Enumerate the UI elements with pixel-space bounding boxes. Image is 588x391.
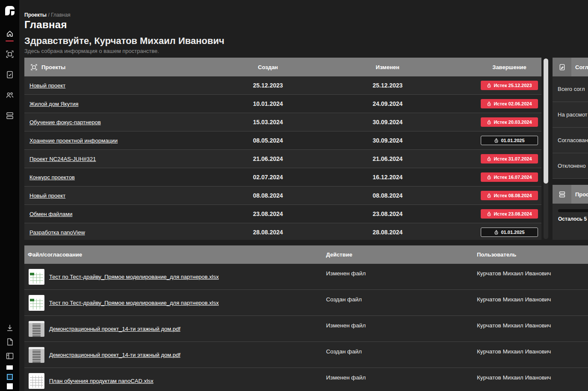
swatch-white-item[interactable]: [6, 363, 13, 372]
completion-badge-label: Истек 16.07.2024: [494, 175, 532, 180]
swatch-selected-item[interactable]: [7, 372, 13, 382]
sidebar-bottom: [0, 321, 19, 391]
project-link[interactable]: Конкурс проектов: [24, 174, 75, 181]
project-completion-cell: Истек 20.03.2024: [477, 117, 541, 127]
project-modified: 24.09.2024: [298, 100, 477, 107]
completion-badge[interactable]: Истек 02.06.2024: [481, 99, 538, 108]
completion-badge-label: Истек 02.06.2024: [494, 101, 532, 106]
space-panel-header: Простра: [553, 185, 588, 204]
completion-badge[interactable]: Истек 31.07.2024: [481, 154, 538, 163]
project-link[interactable]: Обмен файлами: [24, 211, 72, 217]
project-link[interactable]: Проект NC24AS-JUH#321: [24, 156, 96, 162]
project-row: Проект NC24AS-JUH#321 21.06.2024 21.06.2…: [24, 150, 541, 168]
clock-icon: [487, 212, 491, 216]
completion-badge[interactable]: 01.01.2025: [481, 136, 538, 145]
project-link[interactable]: Разработка nanoView: [24, 229, 85, 236]
project-created: 02.07.2024: [238, 174, 298, 181]
approvals-stat-label: Отклонено: [558, 163, 586, 169]
project-name-cell: Жилой дом Якутия: [24, 100, 238, 108]
breadcrumb-separator: /: [48, 12, 49, 18]
file-link[interactable]: Тест по Тест-драйву_Прямое моделирование…: [49, 300, 219, 306]
project-created: 08.05.2024: [238, 137, 298, 144]
activity-row: Тест по Тест-драйву_Прямое моделирование…: [24, 290, 588, 316]
app-logo[interactable]: [0, 1, 19, 20]
users-icon: [6, 91, 14, 99]
projects-scrollbar-thumb[interactable]: [544, 58, 548, 184]
completion-header-label: Завершение: [477, 64, 541, 70]
project-link[interactable]: Новый проект: [24, 193, 65, 199]
activity-file-cell: Демонстрационный проект_14-ти этажный до…: [24, 342, 323, 368]
completion-badge[interactable]: Истек 20.03.2024: [481, 117, 538, 127]
project-link[interactable]: Новый проект: [24, 82, 65, 89]
plan-file-thumbnail: [29, 373, 44, 389]
pdf-file-thumbnail: [29, 347, 44, 363]
modified-header-label: Изменен: [298, 64, 477, 70]
project-row: Новый проект 08.08.2024 08.08.2024 Истек…: [24, 187, 541, 205]
sidebar: [0, 0, 19, 391]
greeting-text: Здравствуйте, Курчатов Михаил Иванович: [24, 35, 224, 47]
project-modified: 23.08.2024: [298, 210, 477, 217]
sidebar-item-projects[interactable]: [0, 44, 19, 64]
project-created: 23.08.2024: [238, 210, 298, 217]
file-link[interactable]: Демонстрационный проект_14-ти этажный до…: [49, 352, 180, 358]
completion-badge[interactable]: Истек 25.12.2023: [481, 81, 538, 90]
project-completion-cell: Истек 16.07.2024: [477, 172, 541, 182]
activity-row: Демонстрационный проект_14-ти этажный до…: [24, 316, 588, 342]
approvals-rows: Всего соглНа рассмотСогласованОтклонено: [553, 76, 588, 179]
space-usage-progressbar: [558, 209, 588, 212]
clock-icon: [494, 230, 499, 235]
space-iconbox: [553, 185, 571, 204]
approvals-panel: Соглас Всего соглНа рассмотСогласованОтк…: [553, 58, 588, 179]
projects-header-label: Проекты: [41, 64, 65, 70]
sidebar-item-approvals[interactable]: [0, 64, 19, 85]
activity-file-cell: Тест по Тест-драйву_Прямое моделирование…: [24, 290, 323, 315]
project-completion-cell: Истек 23.08.2024: [477, 209, 541, 219]
space-panel-title: Простра: [575, 191, 588, 198]
completion-badge[interactable]: 01.01.2025: [481, 228, 538, 237]
file-header-label: Файл/согласование: [24, 251, 323, 258]
action-header-label: Действие: [323, 251, 473, 258]
app-window: Проекты / Главная Главная Здравствуйте, …: [0, 0, 588, 391]
activity-action: Изменен файл: [323, 264, 473, 289]
activity-user: Курчатов Михаил Иванович: [473, 368, 588, 391]
home-icon: [6, 29, 14, 38]
project-modified: 28.08.2024: [298, 229, 477, 236]
project-created: 15.03.2024: [238, 119, 298, 125]
completion-badge[interactable]: Истек 08.08.2024: [481, 191, 538, 200]
swatch-white-item-2[interactable]: [7, 382, 13, 391]
completion-badge[interactable]: Истек 16.07.2024: [481, 172, 538, 182]
project-link[interactable]: Хранение проектной информации: [24, 137, 118, 144]
projects-scrollbar-track[interactable]: [544, 58, 548, 239]
completion-badge-label: 01.01.2025: [501, 138, 524, 143]
breadcrumb-current: Главная: [51, 12, 71, 18]
breadcrumb-projects[interactable]: Проекты: [24, 12, 47, 18]
sidebar-item-storage[interactable]: [0, 105, 19, 126]
project-row: Жилой дом Якутия 10.01.2024 24.09.2024 И…: [24, 95, 541, 113]
project-created: 08.08.2024: [238, 192, 298, 199]
layout-icon: [6, 353, 14, 359]
clock-icon: [487, 193, 491, 198]
clock-icon: [487, 102, 491, 106]
completion-badge[interactable]: Истек 23.08.2024: [481, 209, 538, 219]
sidebar-item-home[interactable]: [0, 23, 19, 44]
project-completion-cell: Истек 25.12.2023: [477, 81, 541, 90]
sidebar-item-document[interactable]: [0, 335, 19, 349]
project-link[interactable]: Жилой дом Якутия: [24, 101, 78, 107]
activity-table-body: Тест по Тест-драйву_Прямое моделирование…: [24, 264, 588, 391]
project-created: 21.06.2024: [238, 155, 298, 162]
approvals-stat-row: Всего согл: [553, 76, 588, 102]
activity-row: Тест по Тест-драйву_Прямое моделирование…: [24, 264, 588, 290]
file-link[interactable]: Демонстрационный проект_14-ти этажный до…: [49, 326, 180, 332]
sidebar-item-users[interactable]: [0, 85, 19, 105]
page-title: Главная: [24, 19, 67, 31]
project-link[interactable]: Обучение фокус-партнеров: [24, 119, 101, 125]
sidebar-item-layout[interactable]: [0, 349, 19, 363]
clock-icon: [487, 120, 491, 125]
projects-table-body: Новый проект 25.12.2023 25.12.2023 Истек…: [24, 76, 541, 240]
space-panel-body: Осталось 5: [553, 204, 588, 240]
projects-table: Проекты Создан Изменен Завершение Новый …: [24, 58, 541, 240]
sidebar-item-download[interactable]: [0, 321, 19, 335]
file-link[interactable]: План обучения продуктам nanoCAD.xlsx: [49, 378, 153, 384]
project-name-cell: Новый проект: [24, 82, 238, 89]
file-link[interactable]: Тест по Тест-драйву_Прямое моделирование…: [49, 274, 219, 280]
